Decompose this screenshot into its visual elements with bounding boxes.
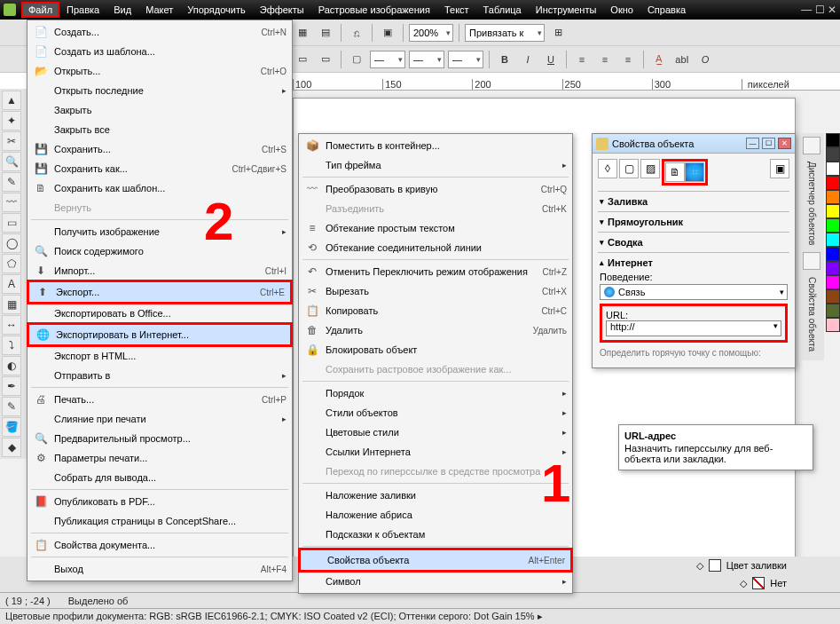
stroke-combo[interactable]: —: [448, 51, 483, 68]
fill-tool[interactable]: 🪣: [2, 417, 21, 437]
menu-item[interactable]: Закрыть все: [27, 120, 292, 139]
text-btn[interactable]: O: [695, 50, 715, 69]
rect-tool[interactable]: ▭: [2, 213, 21, 233]
text-tool[interactable]: A: [2, 274, 21, 294]
menu-item[interactable]: 〰Преобразовать в кривуюCtrl+Q: [299, 179, 572, 199]
menu-item[interactable]: ⟲Обтекание соединительной линии: [299, 238, 572, 257]
color-swatch[interactable]: [826, 162, 840, 176]
menu-table[interactable]: Таблица: [476, 2, 529, 18]
menu-item[interactable]: 📋КопироватьCtrl+C: [299, 301, 572, 320]
menu-item[interactable]: 🔍Поиск содержимого: [27, 241, 292, 261]
tool-btn[interactable]: ▢: [347, 50, 366, 69]
menu-tools[interactable]: Инструменты: [529, 2, 604, 18]
tool-btn[interactable]: ⊞: [548, 23, 568, 43]
color-swatch[interactable]: [826, 190, 840, 204]
stroke-combo[interactable]: —: [409, 51, 444, 68]
menu-item[interactable]: 📄Создать...Ctrl+N: [27, 22, 292, 42]
interactive-tool[interactable]: ◐: [2, 356, 21, 375]
snap-combo[interactable]: Привязать к: [465, 24, 545, 42]
menu-item[interactable]: Закрыть: [27, 100, 292, 120]
menu-item[interactable]: 🔒Блокировать объект: [299, 340, 572, 359]
tab-more-icon[interactable]: ▣: [770, 159, 789, 178]
align-btn[interactable]: ≡: [572, 50, 592, 69]
menu-item[interactable]: Собрать для вывода...: [27, 468, 292, 487]
section-internet[interactable]: Интернет: [608, 257, 653, 268]
docker-tab-label[interactable]: Свойства объекта: [807, 277, 817, 351]
pick-tool[interactable]: ▲: [2, 91, 21, 110]
freehand-tool[interactable]: ✎: [2, 172, 21, 192]
color-swatch[interactable]: [826, 147, 840, 162]
menu-item[interactable]: 🗑УдалитьУдалить: [299, 320, 572, 340]
section-summary[interactable]: Сводка: [608, 237, 643, 248]
color-swatch[interactable]: [826, 261, 840, 275]
menu-item[interactable]: 🖨Печать...Ctrl+P: [27, 390, 292, 409]
underline-btn[interactable]: U: [541, 50, 561, 69]
menu-item[interactable]: 📋Свойства документа...: [27, 535, 292, 555]
tool-btn[interactable]: ▭: [293, 50, 312, 69]
tab-outline-icon[interactable]: ◊: [598, 159, 617, 178]
tool-btn[interactable]: ▤: [316, 23, 335, 43]
color-swatch[interactable]: [826, 247, 840, 261]
menu-item[interactable]: Ссылки Интернета▸: [299, 442, 572, 462]
menu-item[interactable]: ⬆Экспорт...Ctrl+E: [29, 282, 290, 302]
menu-item[interactable]: 🌐Экспортировать в Интернет...: [29, 325, 290, 344]
menu-file[interactable]: Файл: [21, 2, 59, 18]
menu-item[interactable]: Получить изображение▸: [27, 222, 292, 241]
menu-item[interactable]: ВыходAlt+F4: [27, 559, 292, 579]
menu-edit[interactable]: Правка: [59, 2, 106, 18]
window-controls[interactable]: — ☐ ✕: [801, 4, 836, 16]
zoom-tool[interactable]: 🔍: [2, 152, 21, 171]
dimension-tool[interactable]: ↔: [2, 315, 21, 335]
tab-trans-icon[interactable]: ▨: [640, 159, 660, 178]
eyedrop-tool[interactable]: ✒: [2, 376, 21, 396]
tab-internet-icon[interactable]: 🌐: [685, 162, 704, 182]
color-swatch[interactable]: [826, 289, 840, 304]
menu-item[interactable]: ↶Отменить Переключить режим отображенияC…: [299, 262, 572, 281]
align-btn[interactable]: ≡: [618, 50, 638, 69]
zoom-combo[interactable]: 200%: [409, 24, 453, 42]
behavior-select[interactable]: Связь: [600, 284, 788, 300]
menu-item[interactable]: Стили объектов▸: [299, 403, 572, 423]
menu-item[interactable]: ✂ВырезатьCtrl+X: [299, 281, 572, 301]
smart-tool[interactable]: 〰: [2, 193, 21, 212]
tool-btn[interactable]: ⎌: [347, 23, 366, 43]
crop-tool[interactable]: ✂: [2, 131, 21, 151]
menu-item[interactable]: Отправить в▸: [27, 366, 292, 385]
color-swatch[interactable]: [826, 204, 840, 218]
menu-item[interactable]: Слияние при печати▸: [27, 409, 292, 429]
menu-item[interactable]: ⚙Параметры печати...: [27, 448, 292, 468]
color-swatch[interactable]: [826, 218, 840, 233]
menu-text[interactable]: Текст: [437, 2, 476, 18]
text-btn[interactable]: abI: [672, 50, 692, 69]
menu-item[interactable]: Экспортировать в Office...: [27, 304, 292, 323]
docker-tab-icon[interactable]: [803, 137, 820, 154]
menu-window[interactable]: Окно: [603, 2, 640, 18]
menu-item[interactable]: 🗎Сохранить как шаблон...: [27, 178, 292, 198]
ellipse-tool[interactable]: ◯: [2, 233, 21, 253]
menu-item[interactable]: 💾Сохранить...Ctrl+S: [27, 139, 292, 159]
nofill-swatch[interactable]: [752, 577, 765, 589]
interactive-fill-tool[interactable]: ◆: [2, 438, 21, 457]
text-btn[interactable]: A̲: [649, 50, 669, 69]
menu-item[interactable]: Открыть последние▸: [27, 81, 292, 100]
menu-bitmaps[interactable]: Растровые изображения: [311, 2, 437, 18]
color-swatch[interactable]: [826, 304, 840, 318]
menu-item[interactable]: Подсказки к объектам: [299, 525, 572, 544]
menu-item[interactable]: 📂Открыть...Ctrl+O: [27, 61, 292, 81]
menu-arrange[interactable]: Упорядочить: [180, 2, 252, 18]
color-swatch[interactable]: [826, 233, 840, 247]
menu-view[interactable]: Вид: [106, 2, 138, 18]
color-swatch[interactable]: [826, 275, 840, 289]
maximize-btn[interactable]: ☐: [762, 138, 775, 149]
docker-tab-icon[interactable]: [803, 252, 820, 270]
menu-item[interactable]: ≡Обтекание простым текстом: [299, 218, 572, 238]
color-swatch[interactable]: [826, 176, 840, 190]
menu-item[interactable]: Свойства объектаAlt+Enter: [301, 550, 570, 570]
minimize-btn[interactable]: —: [746, 138, 759, 149]
bold-btn[interactable]: B: [495, 50, 514, 69]
color-swatch[interactable]: [826, 318, 840, 332]
tab-fill-icon[interactable]: ▢: [619, 159, 639, 178]
tool-btn[interactable]: ▣: [378, 23, 397, 43]
connector-tool[interactable]: ⤵: [2, 336, 21, 355]
polygon-tool[interactable]: ⬠: [2, 254, 21, 273]
